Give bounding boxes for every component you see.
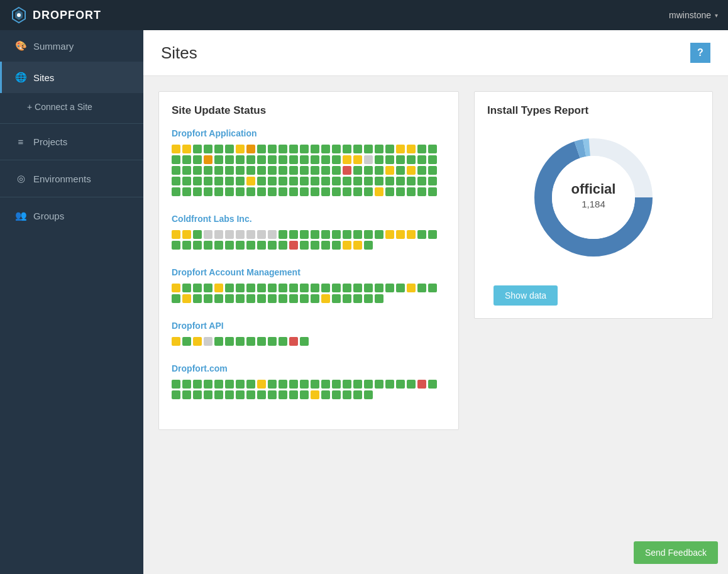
status-grid-dropfort-application [172, 145, 446, 196]
site-update-status-title: Site Update Status [172, 104, 446, 117]
status-dot [311, 390, 319, 399]
status-dot [417, 155, 426, 164]
status-dot [268, 241, 277, 250]
show-data-button[interactable]: Show data [494, 285, 558, 306]
status-dot [193, 166, 202, 175]
svg-point-2 [17, 13, 21, 17]
status-dot [193, 155, 202, 164]
status-dot [375, 155, 383, 164]
sidebar-item-connect-site[interactable]: + Connect a Site [0, 93, 143, 121]
site-name-dropfort-account[interactable]: Dropfort Account Management [172, 267, 446, 277]
status-dot [279, 230, 287, 239]
status-dot [236, 337, 245, 346]
svg-text:1,184: 1,184 [582, 199, 605, 209]
status-dot [268, 230, 277, 239]
status-dot [407, 380, 416, 389]
status-dot [428, 187, 437, 196]
sidebar-item-projects[interactable]: ≡ Projects [0, 126, 143, 157]
main-body: Site Update Status Dropfort Application [143, 76, 728, 445]
status-dot [182, 187, 191, 196]
status-dot [257, 187, 266, 196]
status-dot [407, 145, 416, 153]
status-dot [375, 187, 383, 196]
status-dot [204, 390, 212, 399]
status-dot [236, 166, 245, 175]
status-dot [268, 177, 277, 185]
status-dot [182, 230, 191, 239]
status-dot [343, 155, 351, 164]
status-dot [321, 187, 330, 196]
status-dot [204, 284, 212, 292]
status-dot [300, 187, 309, 196]
site-name-dropfort-com[interactable]: Dropfort.com [172, 363, 446, 373]
status-dot [172, 145, 180, 153]
status-grid-coldfront-labs [172, 230, 446, 250]
status-dot [204, 187, 212, 196]
status-dot [236, 177, 245, 185]
navbar: DROPFORT mwinstone ▾ [0, 0, 728, 30]
status-dot [332, 155, 341, 164]
status-dot [417, 187, 426, 196]
install-types-title: Install Types Report [487, 104, 700, 117]
status-dot [353, 230, 362, 239]
sidebar-item-sites[interactable]: 🌐 Sites [0, 62, 143, 93]
status-dot [268, 284, 277, 292]
site-name-dropfort-application[interactable]: Dropfort Application [172, 128, 446, 138]
status-dot [246, 145, 255, 153]
sidebar-item-environments[interactable]: ◎ Environments [0, 163, 143, 194]
sidebar-label-sites: Sites [33, 72, 54, 83]
status-dot [236, 241, 245, 250]
status-dot [364, 145, 373, 153]
status-dot [246, 177, 255, 185]
status-dot [204, 145, 212, 153]
status-dot [182, 337, 191, 346]
status-dot [428, 284, 437, 292]
status-dot [225, 337, 234, 346]
status-dot [364, 155, 373, 164]
status-dot [364, 390, 373, 399]
sidebar-label-projects: Projects [33, 136, 67, 147]
status-dot [225, 155, 234, 164]
user-menu[interactable]: mwinstone ▾ [669, 10, 718, 20]
status-dot [300, 380, 309, 389]
status-dot [279, 166, 287, 175]
status-dot [172, 337, 180, 346]
status-dot [204, 241, 212, 250]
status-dot [236, 380, 245, 389]
status-dot [257, 230, 266, 239]
status-dot [268, 390, 277, 399]
send-feedback-button[interactable]: Send Feedback [634, 541, 718, 564]
list-icon: ≡ [14, 136, 27, 147]
status-dot [257, 294, 266, 303]
sidebar-item-groups[interactable]: 👥 Groups [0, 200, 143, 231]
site-name-coldfront-labs[interactable]: Coldfront Labs Inc. [172, 214, 446, 224]
layout: 🎨 Summary 🌐 Sites + Connect a Site ≡ Pro… [0, 30, 728, 574]
sidebar-item-summary[interactable]: 🎨 Summary [0, 30, 143, 62]
status-dot [428, 166, 437, 175]
status-dot [225, 166, 234, 175]
status-dot [311, 284, 319, 292]
site-name-dropfort-api[interactable]: Dropfort API [172, 321, 446, 331]
status-dot [257, 177, 266, 185]
status-dot [364, 177, 373, 185]
status-dot [257, 145, 266, 153]
status-dot [300, 177, 309, 185]
status-dot [353, 145, 362, 153]
status-dot [257, 284, 266, 292]
status-dot [321, 166, 330, 175]
status-dot [268, 145, 277, 153]
status-dot [172, 241, 180, 250]
status-dot [417, 230, 426, 239]
status-dot [311, 155, 319, 164]
status-dot [257, 166, 266, 175]
status-dot [311, 187, 319, 196]
sidebar-divider [0, 123, 143, 124]
status-dot [225, 284, 234, 292]
help-button[interactable]: ? [690, 43, 710, 63]
status-dot [364, 294, 373, 303]
status-dot [236, 284, 245, 292]
status-dot [236, 294, 245, 303]
status-dot [268, 187, 277, 196]
status-dot [204, 155, 212, 164]
status-dot [300, 294, 309, 303]
